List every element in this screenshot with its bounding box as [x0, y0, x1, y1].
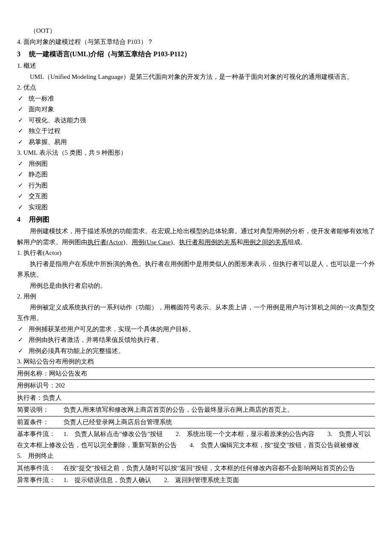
- list-item: 独立于过程: [17, 126, 375, 137]
- sec4-item1-label: 1. 执行者(Actor): [17, 248, 375, 259]
- sec4-item2-p1: 用例被定义成系统执行的一系列动作（功能），用椭圆符号表示。从本质上讲，一个用例是…: [17, 302, 375, 324]
- diagrams-list: 用例图 静态图 行为图 交互图 实现图: [17, 159, 375, 213]
- usecase-row-precond: 前置条件： 负责人已经登录网上商店后台管理系统: [17, 416, 375, 429]
- list-item: 静态图: [17, 169, 375, 180]
- underline-actor: 执行者(Actor): [87, 239, 125, 246]
- section3-heading-text: 统一建模语言(UML)介绍（与第五章结合 P103-P112）: [29, 50, 191, 58]
- sec4-item1-p2: 用例总是由执行者启动的。: [17, 280, 375, 292]
- sec4-item1-p1: 执行者是指用户在系统中所扮演的角色。执行者在用例图中是用类似人的图形来表示，但执…: [17, 259, 375, 280]
- list-item: 用例必须具有功能上的完整描述。: [17, 346, 375, 357]
- top-item4: 4. 面向对象的建模过程（与第五章结合 P103）？: [17, 37, 375, 48]
- usecase-row-id: 用例标识号：202: [17, 380, 375, 392]
- list-item: 易掌握、易用: [17, 137, 375, 148]
- sec4-item3-label: 3. 网站公告分布用例的文档: [17, 356, 375, 367]
- list-item: 面向对象: [17, 104, 375, 115]
- list-item: 用例捕获某些用户可见的需求，实现一个具体的用户目标。: [17, 324, 375, 335]
- intro-post: 组成。: [288, 239, 307, 246]
- list-item: 用例图: [17, 159, 375, 170]
- row-precond-label: 前置条件：: [17, 417, 62, 428]
- underline-usecase: 用例(Use Case): [132, 239, 173, 246]
- row-exception-label: 异常事件流：: [17, 475, 55, 486]
- usecase-row-basic: 基本事件流： 1. 负责人鼠标点击"修改公告"按钮 2. 系统出现一个文本框，显…: [17, 428, 375, 462]
- section3-heading: 3 统一建模语言(UML)介绍（与第五章结合 P103-P112）: [17, 48, 375, 60]
- usecase-points-list: 用例捕获某些用户可见的需求，实现一个具体的用户目标。 用例由执行者激活，并将结果…: [17, 324, 375, 357]
- section4-heading: 4 用例图: [17, 214, 375, 225]
- row-desc-label: 简要说明：: [17, 405, 62, 416]
- usecase-row-desc: 简要说明： 负责人用来填写和修改网上商店首页的公告，公告最终显示在网上商店的首页…: [17, 404, 375, 416]
- usecase-row-actor: 执行者：负责人: [17, 392, 375, 405]
- list-item: 可视化、表达能力强: [17, 115, 375, 126]
- section3-heading-num: 3: [17, 48, 27, 60]
- advantages-list: 统一标准 面向对象 可视化、表达能力强 独立于过程 易掌握、易用: [17, 93, 375, 148]
- list-item: 统一标准: [17, 93, 375, 104]
- underline-relation1: 执行者和用例的关系: [179, 239, 236, 246]
- sec4-item2-label: 2. 用例: [17, 291, 375, 302]
- list-item: 实现图: [17, 202, 375, 213]
- list-item: 交互图: [17, 191, 375, 202]
- sec3-item1-label: 1. 概述: [17, 61, 375, 72]
- row-exception-text: 1. 提示错误信息，负责人确认 2. 返回到管理系统主页面: [63, 477, 239, 483]
- usecase-row-other: 其他事件流： 在按"提交"按钮之前，负责人随时可以按"返回"按钮，文本框的任何修…: [17, 462, 375, 475]
- sec3-item3-label: 3. UML 表示法（5 类图，共 9 种图形）: [17, 147, 375, 159]
- row-other-text: 在按"提交"按钮之前，负责人随时可以按"返回"按钮，文本框的任何修改内容都不会影…: [63, 465, 355, 471]
- usecase-row-exception: 异常事件流： 1. 提示错误信息，负责人确认 2. 返回到管理系统主页面: [17, 474, 375, 487]
- section4-heading-num: 4: [17, 214, 27, 225]
- sec3-item2-label: 2. 优点: [17, 82, 375, 93]
- row-basic-text: 1. 负责人鼠标点击"修改公告"按钮 2. 系统出现一个文本框，显示着原来的公告…: [17, 431, 372, 459]
- list-item: 用例由执行者激活，并将结果值反馈给执行者。: [17, 335, 375, 346]
- row-desc-text: 负责人用来填写和修改网上商店首页的公告，公告最终显示在网上商店的首页上。: [63, 406, 294, 413]
- row-precond-text: 负责人已经登录网上商店后台管理系统: [63, 419, 172, 425]
- sec3-item1-para: UML（Unified Modeling Language）是第三代面向对象的开…: [17, 72, 375, 83]
- top-oot: （OOT）: [17, 26, 375, 37]
- section4-heading-text: 用例图: [29, 216, 49, 223]
- usecase-row-name: 用例名称：网站公告发布: [17, 367, 375, 380]
- underline-relation2: 用例之间的关系: [243, 239, 288, 246]
- row-basic-label: 基本事件流：: [17, 429, 55, 440]
- row-other-label: 其他事件流：: [17, 463, 55, 474]
- sec4-intro: 用例建模技术，用于描述系统的功能需求。在宏观上给出模型的总体轮廓。通过对典型用例…: [17, 226, 375, 248]
- list-item: 行为图: [17, 180, 375, 191]
